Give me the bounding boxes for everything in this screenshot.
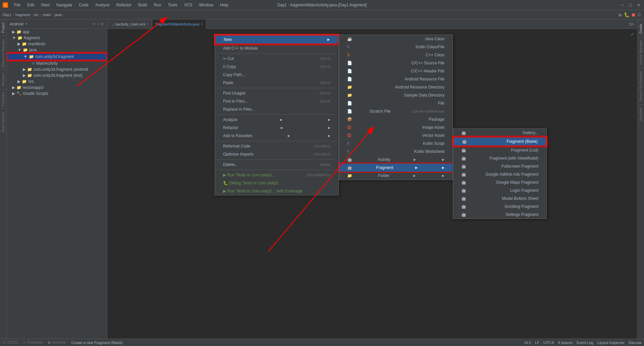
menu-item-find-usages[interactable]: Find Usages Ctrl+G [215,89,338,97]
run-button[interactable]: ▶ [619,12,623,17]
menu-navigate[interactable]: Navigate [55,2,73,8]
settings-icon[interactable]: ⚙ [101,22,104,26]
submenu-kotlin-worksheet[interactable]: K Kotlin Worksheet [339,148,452,156]
menu-tools[interactable]: Tools [167,2,179,8]
tab-more-button[interactable]: ≫ [626,20,637,28]
sidebar-tab-device-manager[interactable]: Device Manager [638,37,643,67]
sidebar-tab-favorites[interactable]: Favorites [1,89,6,109]
submenu-cpp-class[interactable]: S C++ Class [339,51,452,59]
menu-help[interactable]: Help [219,2,230,8]
close-button[interactable]: × [636,2,641,8]
tree-item-mainactivity[interactable]: © MainActivity [7,60,107,66]
menu-item-refactor[interactable]: Refactor ▶ [215,124,338,132]
submenu-fragment-blank[interactable]: 🤖 Fragment (Blank) [453,137,546,146]
tree-item-gradle-scripts[interactable]: ▶ 🔨 Gradle Scripts [7,91,107,97]
status-event-log[interactable]: Event Log [577,341,593,345]
menu-window[interactable]: Window [198,2,215,8]
menu-item-paste[interactable]: Paste Ctrl+V [215,79,338,87]
status-todo[interactable]: ☑ TODO [3,340,17,345]
breadcrumb-day1[interactable]: Day1 [3,13,11,17]
sidebar-tab-project[interactable]: Project [1,19,6,36]
stop-button[interactable]: ⏹ [631,12,636,17]
menu-item-add-cpp[interactable]: Add C++ to Module [215,44,338,52]
menu-run[interactable]: Run [153,2,163,8]
menu-item-run-coverage[interactable]: ▶ Run 'Tests in 'com.unity3...' with Cov… [215,187,338,195]
menu-item-add-to-favorites[interactable]: Add to Favorites ▶ [215,132,338,140]
menu-item-analyze[interactable]: Analyze ▶ [215,116,338,124]
close-tab-mainactivity[interactable]: × [201,22,203,26]
sidebar-tab-gradle[interactable]: Gradle [638,21,643,37]
tree-item-fragment[interactable]: ▼ 📁 fragment [7,35,107,41]
breadcrumb-src[interactable]: src [34,13,39,17]
submenu-image-asset[interactable]: 🖼 Image Asset [339,123,452,131]
menu-item-debug-tests[interactable]: 🐛 Debug 'Tests in 'com.unity3...' [215,179,338,187]
menu-edit[interactable]: Edit [26,2,36,8]
sidebar-tab-device-file-explorer[interactable]: Device File Explorer [638,68,643,104]
menu-vcs[interactable]: VCS [183,2,194,8]
submenu-settings-fragment[interactable]: 🤖 Settings Fragment [453,211,546,219]
breadcrumb-main[interactable]: main [43,13,51,17]
submenu-kotlin-class[interactable]: K Kotlin Class/File [339,43,452,51]
collapse-icon[interactable]: ≡ [97,22,99,26]
sidebar-tab-emulator[interactable]: Emulator [638,104,643,123]
menu-item-delete[interactable]: Delete... Delete [215,161,338,169]
minimize-button[interactable]: − [620,2,625,8]
tree-item-res[interactable]: ▶ 📁 res [7,78,107,84]
tree-item-java[interactable]: ▼ 📁 java [7,47,107,53]
maximize-button[interactable]: □ [628,2,633,8]
breadcrumb-fragment[interactable]: fragment [15,13,30,17]
submenu-login-fragment[interactable]: 🤖 Login Fragment [453,186,546,194]
menu-code[interactable]: Code [77,2,90,8]
submenu-scrolling-fragment[interactable]: 🤖 Scrolling Fragment [453,203,546,211]
submenu-sample-data-dir[interactable]: 📁 Sample Data Directory [339,91,452,99]
menu-analyze[interactable]: Analyze [94,2,111,8]
submenu-fullscreen-fragment[interactable]: 🤖 Fullscreen Fragment [453,162,546,170]
tab-activity-main-xml[interactable]: ...\\activity_main.xml × [109,19,152,29]
submenu-cpp-source[interactable]: 📄 C/C++ Source File [339,59,452,67]
submenu-cpp-header[interactable]: 📄 C/C++ Header File [339,67,452,75]
tree-item-com-unity3d-fragment-test[interactable]: ▶ 📁 com.unity3d.fragment (test) [7,72,107,78]
menu-item-reformat[interactable]: Reformat Code Ctrl+Alt+L [215,142,338,150]
submenu-modal-bottom-sheet[interactable]: 🤖 Modal Bottom Sheet [453,194,546,203]
tree-item-manifests[interactable]: ▶ 📁 manifests [7,41,107,47]
submenu-google-maps-fragment[interactable]: 🤖 Google Maps Fragment [453,178,546,186]
tree-item-app[interactable]: ▶ 📁 app [7,29,107,35]
status-terminal[interactable]: ▶ Terminal [48,340,66,345]
submenu-folder[interactable]: 📁 Folder ▶ [339,172,452,180]
menu-view[interactable]: View [40,2,51,8]
tree-item-com-unity3d-fragment[interactable]: ▼ 📁 com.unity3d.fragment [7,53,107,60]
debug-button[interactable]: 🐛 [624,12,630,17]
menu-item-cut[interactable]: ✂ Cut Ctrl+X [215,55,338,63]
submenu-fragment[interactable]: 🤖 Fragment ▶ [339,164,452,172]
tree-item-com-unity3d-fragment-android[interactable]: ▶ 📁 com.unity3d.fragment (android [7,66,107,72]
menu-item-new[interactable]: New ▶ [215,35,338,44]
menu-item-optimize-imports[interactable]: Optimize Imports Ctrl+Alt+O [215,150,338,158]
sidebar-tab-structure[interactable]: Structure [1,70,6,89]
tree-item-lessonapp3[interactable]: ▶ 📁 lessonapp3 [7,84,107,91]
menu-build[interactable]: Build [137,2,149,8]
menu-item-copy[interactable]: ⎘ Copy Ctrl+C [215,63,338,71]
menu-item-run-tests[interactable]: ▶ Run 'Tests in 'com.unity3...' Ctrl+Shi… [215,171,338,179]
breadcrumb-java[interactable]: java [55,13,62,17]
submenu-android-resource-dir[interactable]: 📁 Android Resource Directory [339,83,452,91]
close-tab-activity[interactable]: × [147,22,149,26]
menu-item-replace-in-files[interactable]: Replace in Files... [215,105,338,113]
submenu-file[interactable]: 📄 File [339,99,452,107]
submenu-fragment-viewmodel[interactable]: 🤖 Fragment (with ViewModel) [453,154,546,162]
build-button[interactable]: ⚙ [637,12,641,17]
menu-file[interactable]: File [13,2,22,8]
submenu-package[interactable]: 📦 Package [339,115,452,123]
submenu-gallery[interactable]: 🤖 Gallery... [453,129,546,137]
submenu-google-admob-fragment[interactable]: 🤖 Google AdMob Ads Fragment [453,170,546,178]
submenu-activity[interactable]: 🤖 Activity ▶ [339,156,452,164]
submenu-android-resource-file[interactable]: 📄 Android Resource File [339,75,452,83]
submenu-scratch-file[interactable]: 📄 Scratch File Ctrl+Alt+Shift+Insert [339,107,452,115]
sync-icon[interactable]: ⟳ [92,22,96,26]
tab-mainactivity-java[interactable]: fragment\\MainActivity.java × [152,19,206,29]
submenu-kotlin-script[interactable]: K Kotlin Script [339,139,452,148]
sidebar-tab-resource-manager[interactable]: Resource Manager [1,36,6,70]
menu-item-copy-path[interactable]: Copy Path... [215,71,338,79]
android-dropdown[interactable]: ▼ [24,22,28,26]
submenu-java-class[interactable]: ☕ Java Class [339,35,452,43]
status-problems[interactable]: ⚠ Problems [23,340,43,345]
